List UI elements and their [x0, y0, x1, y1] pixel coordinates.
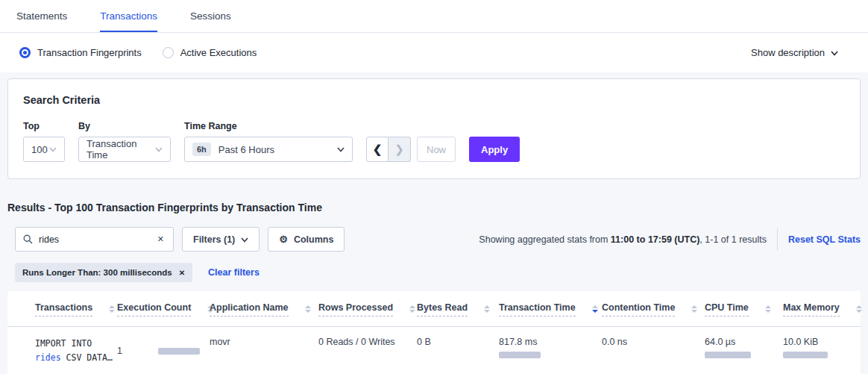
column-header-rows-processed[interactable]: Rows Processed — [318, 302, 417, 317]
transactions-table: Transactions Execution Count Application… — [7, 291, 861, 374]
divider — [777, 228, 778, 251]
cell-transaction-time: 817.8 ms — [499, 337, 602, 365]
column-header-max-memory[interactable]: Max Memory — [783, 302, 867, 317]
previous-time-window-button[interactable]: ❮ — [366, 137, 389, 162]
cell-bytes-read: 0 B — [417, 337, 499, 365]
column-header-application-name[interactable]: Application Name — [210, 302, 318, 317]
by-label: By — [78, 121, 171, 131]
show-description-label: Show description — [751, 47, 825, 58]
view-toggle-row: Transaction Fingerprints Active Executio… — [0, 33, 868, 72]
results-heading: Results - Top 100 Transaction Fingerprin… — [7, 202, 861, 214]
chevron-down-icon — [337, 146, 345, 153]
show-description-toggle[interactable]: Show description — [751, 47, 849, 58]
apply-button[interactable]: Apply — [469, 137, 520, 162]
cell-transaction-statement: IMPORT INTO rides CSV DATA… — [35, 337, 117, 365]
reset-sql-stats-link[interactable]: Reset SQL Stats — [788, 234, 861, 245]
chevron-down-icon — [49, 146, 57, 153]
by-select[interactable]: Transaction Time — [78, 137, 171, 162]
search-criteria-title: Search Criteria — [23, 94, 845, 106]
clear-search-icon[interactable]: ✕ — [156, 233, 166, 246]
value-bar — [705, 352, 751, 358]
time-range-badge: 6h — [192, 143, 211, 156]
page-tabs: Statements Transactions Sessions — [0, 0, 868, 33]
filters-button[interactable]: Filters (1) — [182, 227, 260, 252]
sort-icon[interactable] — [765, 305, 771, 313]
radio-label: Active Executions — [180, 47, 257, 58]
value-bar — [499, 352, 541, 358]
tab-statements[interactable]: Statements — [16, 0, 67, 32]
tab-sessions[interactable]: Sessions — [190, 0, 231, 32]
radio-unselected-icon — [163, 47, 174, 58]
sort-icon[interactable] — [409, 305, 415, 313]
sort-icon[interactable] — [305, 305, 311, 313]
time-window-pager: ❮ ❯ — [366, 137, 411, 162]
table-row[interactable]: IMPORT INTO rides CSV DATA… 1 movr 0 Rea… — [7, 327, 861, 374]
value-bar — [783, 352, 828, 358]
by-value: Transaction Time — [87, 138, 155, 160]
cell-rows-processed: 0 Reads / 0 Writes — [318, 337, 417, 365]
chevron-right-icon: ❯ — [394, 143, 404, 156]
columns-button-label: Columns — [294, 234, 333, 245]
transaction-fingerprint-link[interactable]: rides — [35, 352, 61, 363]
time-range-value: Past 6 Hours — [218, 144, 274, 155]
chevron-down-icon — [241, 236, 248, 243]
cell-contention-time: 0.0 ns — [602, 337, 705, 365]
cell-max-memory: 10.0 KiB — [783, 337, 867, 365]
column-header-transaction-time[interactable]: Transaction Time — [499, 302, 602, 317]
filter-chip-label: Runs Longer Than: 300 milliseconds — [22, 268, 172, 277]
search-criteria-card: Search Criteria Top 100 By Transaction T… — [7, 78, 861, 179]
column-header-transactions[interactable]: Transactions — [35, 302, 117, 317]
value-bar — [158, 348, 200, 355]
clear-filters-link[interactable]: Clear filters — [208, 267, 260, 278]
remove-filter-icon[interactable]: ✕ — [179, 269, 185, 277]
now-button[interactable]: Now — [417, 137, 456, 162]
top-value: 100 — [31, 144, 48, 155]
time-range-select[interactable]: 6h Past 6 Hours — [184, 137, 353, 162]
column-header-bytes-read[interactable]: Bytes Read — [417, 302, 499, 317]
radio-active-executions[interactable]: Active Executions — [163, 47, 257, 58]
radio-label: Transaction Fingerprints — [37, 47, 142, 58]
results-search-box: ✕ — [15, 227, 174, 252]
top-select[interactable]: 100 — [23, 137, 65, 162]
filter-chip-runs-longer-than[interactable]: Runs Longer Than: 300 milliseconds ✕ — [15, 263, 192, 282]
columns-button[interactable]: ⚙ Columns — [268, 227, 345, 252]
sort-icon[interactable] — [856, 305, 862, 313]
radio-selected-icon — [19, 47, 31, 58]
column-header-cpu-time[interactable]: CPU Time — [705, 302, 783, 317]
table-header-row: Transactions Execution Count Application… — [7, 291, 861, 327]
results-controls: ✕ Filters (1) ⚙ Columns Showing aggregat… — [0, 227, 868, 252]
cell-cpu-time: 64.0 µs — [705, 337, 783, 365]
column-header-contention-time[interactable]: Contention Time — [602, 302, 705, 317]
search-input[interactable] — [39, 234, 156, 245]
top-label: Top — [23, 121, 65, 131]
chevron-down-icon — [831, 49, 838, 57]
chevron-left-icon: ❮ — [373, 143, 383, 156]
time-range-label: Time Range — [184, 121, 353, 131]
next-time-window-button[interactable]: ❯ — [389, 137, 411, 162]
radio-transaction-fingerprints[interactable]: Transaction Fingerprints — [19, 47, 142, 58]
chevron-down-icon — [155, 146, 163, 153]
aggregated-stats-text: Showing aggregated stats from 11:00 to 1… — [479, 234, 767, 245]
search-icon — [23, 234, 33, 244]
sort-icon[interactable] — [109, 305, 115, 313]
tab-transactions[interactable]: Transactions — [100, 0, 157, 32]
filters-button-label: Filters (1) — [193, 234, 235, 245]
column-header-execution-count[interactable]: Execution Count — [117, 302, 210, 317]
sort-icon[interactable] — [484, 305, 490, 313]
sort-icon[interactable] — [691, 305, 697, 313]
sort-icon-active-desc[interactable] — [592, 305, 598, 313]
active-filters-row: Runs Longer Than: 300 milliseconds ✕ Cle… — [15, 263, 868, 282]
cell-execution-count: 1 — [117, 337, 210, 365]
gear-icon: ⚙ — [279, 234, 288, 244]
cell-application-name: movr — [210, 337, 318, 365]
